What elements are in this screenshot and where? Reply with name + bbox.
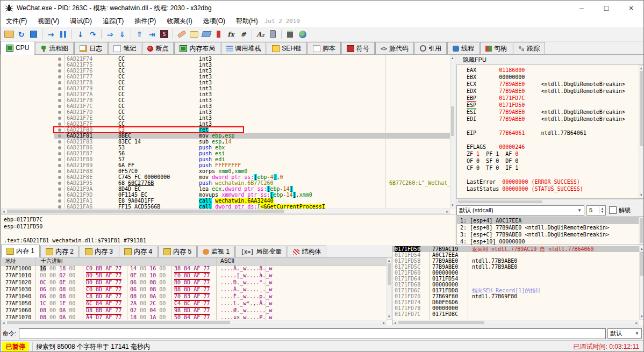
- disasm-row[interactable]: 6AD21F9A8D4D EClea ecx,dword ptr ss:[ebp…: [1, 186, 450, 192]
- tab-dump3[interactable]: 内存 3: [80, 246, 118, 257]
- breakpoint-dot[interactable]: [58, 176, 61, 179]
- dump-row[interactable]: 77AF100016 00 18 00C0 8B AF 7714 00 16 0…: [1, 265, 387, 272]
- breakpoint-dot[interactable]: [58, 99, 61, 102]
- breakpoint-dot[interactable]: [58, 81, 61, 84]
- breakpoint-dot[interactable]: [58, 75, 61, 78]
- breakpoint-dot[interactable]: [58, 63, 61, 67]
- breakpoint-dot[interactable]: [58, 140, 61, 143]
- register-line[interactable]: [457, 123, 644, 130]
- tab-dump4[interactable]: 内存 4: [119, 246, 158, 257]
- dump-row[interactable]: 77AF10200C 00 0E 00D0 8D AF 7706 00 08 0…: [1, 279, 387, 286]
- step-into-icon[interactable]: ↓: [75, 28, 86, 40]
- register-line[interactable]: EFLAGS 00000246: [457, 143, 644, 150]
- breakpoint-dot[interactable]: [58, 188, 61, 191]
- stack-arg-row[interactable]: 4: [esp+10] 00000000: [457, 238, 644, 245]
- command-script-select[interactable]: 默认▼: [607, 328, 642, 339]
- bookmarks-icon[interactable]: [213, 28, 224, 40]
- breakpoint-dot[interactable]: [58, 152, 61, 155]
- register-line[interactable]: EAX 01186000: [457, 67, 644, 74]
- tab-handles[interactable]: 句柄: [480, 42, 512, 54]
- calling-convention-select[interactable]: 默认 (stdcall)▼: [456, 205, 584, 215]
- register-line[interactable]: ECX 77B9ABE0 <ntdll.DbgUiRemoteBreakin>: [457, 81, 644, 88]
- argument-count-stepper[interactable]: 5 ▲▼: [586, 205, 606, 215]
- tab-dump2[interactable]: 内存 2: [40, 246, 79, 257]
- tab-dump5[interactable]: 内存 5: [158, 246, 197, 257]
- register-line[interactable]: EBX 00000000: [457, 74, 644, 81]
- disasm-row[interactable]: 6AD21F7CCCint3: [1, 103, 450, 109]
- run-to-user-code-icon[interactable]: ⇥: [146, 28, 158, 40]
- menu-item[interactable]: 视图(V): [32, 16, 65, 27]
- close-button[interactable]: ×: [619, 1, 643, 16]
- register-line[interactable]: ESI 77B9ABE0 <ntdll.DbgUiRemoteBreakin>: [457, 109, 644, 116]
- disasm-row[interactable]: 6AD21F818BECmov ebp,esp: [1, 133, 450, 139]
- register-line[interactable]: LastError 00000000 (ERROR_SUCCESS): [457, 178, 644, 185]
- pause-icon[interactable]: [58, 28, 69, 40]
- breakpoint-dot[interactable]: [58, 134, 61, 138]
- tab-breakpoints[interactable]: 断点: [142, 42, 174, 54]
- stack-arg-row[interactable]: 3: [esp+C] 77B9ABE0 <ntdll.DbgUiRemoteBr…: [457, 231, 644, 238]
- tab-call-stack[interactable]: 调用堆栈: [221, 42, 266, 54]
- register-line[interactable]: EIP 77B64061 ntdll.77B64061: [457, 130, 644, 137]
- dump-row[interactable]: 77AF101000 00 02 0080 5B AF 770E 00 10 0…: [1, 272, 387, 279]
- tab-graph[interactable]: 流程图: [35, 42, 74, 54]
- hide-fpu-button[interactable]: 隐藏FPU: [456, 55, 644, 65]
- disasm-row[interactable]: 6AD21F78CCint3: [1, 80, 450, 85]
- registers-vertical-scrollbar[interactable]: ▴ ▾: [639, 65, 644, 198]
- functions-icon[interactable]: fx: [225, 28, 237, 40]
- breakpoint-dot[interactable]: [58, 69, 61, 73]
- breakpoint-dot[interactable]: [58, 158, 61, 161]
- register-line[interactable]: EDI 77B9ABE0 <ntdll.DbgUiRemoteBreakin>: [457, 116, 644, 123]
- disasm-row[interactable]: 6AD21F76CCint3: [1, 68, 450, 74]
- tab-memory-map[interactable]: 内存布局: [174, 42, 220, 54]
- disasm-row[interactable]: 6AD21F7ACCint3: [1, 91, 450, 97]
- breakpoint-dot[interactable]: [58, 199, 61, 203]
- comments-icon[interactable]: [188, 28, 199, 40]
- run-icon[interactable]: →: [45, 28, 56, 40]
- breakpoint-dot[interactable]: [58, 164, 61, 167]
- labels-icon[interactable]: [201, 28, 212, 40]
- disasm-row[interactable]: 6AD21F77CCint3: [1, 74, 450, 80]
- disasm-row[interactable]: 6AD21F8B0F57C0xorps xmm0,xmm0: [1, 168, 450, 174]
- dump-vertical-scrollbar[interactable]: ▴ ▾: [387, 257, 392, 320]
- unlock-checkbox[interactable]: 解锁: [609, 206, 631, 214]
- arguments-vertical-scrollbar[interactable]: [639, 217, 644, 245]
- minimize-button[interactable]: –: [569, 1, 594, 16]
- disasm-row[interactable]: 6AD21FA6FF15 ACD5566Bcall dword ptr ds:[…: [1, 204, 450, 209]
- tab-source[interactable]: <>源代码: [375, 42, 414, 54]
- tab-struct[interactable]: 结构体: [288, 246, 326, 257]
- step-over-icon[interactable]: ↷: [87, 28, 98, 40]
- symbol-info-icon[interactable]: [267, 28, 278, 40]
- tab-log[interactable]: 日志: [74, 42, 108, 54]
- breakpoint-dot[interactable]: [58, 128, 61, 132]
- dump-row[interactable]: 77AF104006 00 08 00C8 8D AF 7708 00 0A 0…: [1, 293, 387, 300]
- dump-row[interactable]: 77AF10501C 00 1E 006C 84 AF 772A 00 2C 0…: [1, 300, 387, 307]
- breakpoint-dot[interactable]: [58, 111, 61, 114]
- register-line[interactable]: ESP 0171FD50: [457, 102, 644, 109]
- stack-horizontal-scrollbar[interactable]: ◂ ▸: [392, 320, 639, 325]
- register-line[interactable]: CF 0 TF 0 IF 1: [457, 164, 644, 171]
- stack-arg-row[interactable]: 2: [esp+8] 77B9ABE0 <ntdll.DbgUiRemoteBr…: [457, 224, 644, 231]
- breakpoint-dot[interactable]: [58, 193, 61, 197]
- open-file-icon[interactable]: [3, 28, 15, 40]
- disasm-row[interactable]: 6AD21F8EC745 FC 00000000mov dword ptr ss…: [1, 174, 450, 180]
- checkbox-box[interactable]: [609, 206, 617, 214]
- register-line[interactable]: EDX 77B9ABE0 <ntdll.DbgUiRemoteBreakin>: [457, 88, 644, 95]
- breakpoint-dot[interactable]: [58, 117, 61, 120]
- register-line[interactable]: ZF 1 PF 1 AF 0: [457, 150, 644, 157]
- disasm-vertical-scrollbar[interactable]: ▴ ▾: [450, 55, 455, 209]
- scylla-icon[interactable]: S: [159, 28, 170, 40]
- run-to-cursor-icon[interactable]: ⇓: [117, 28, 128, 40]
- register-line[interactable]: [457, 192, 644, 199]
- disasm-row[interactable]: 6AD21F8383EC 14sub esp,14: [1, 139, 450, 145]
- dump-horizontal-scrollbar[interactable]: ◂ ▸: [1, 320, 387, 325]
- register-line[interactable]: [457, 137, 644, 143]
- disasm-row[interactable]: 6AD21F7FCCint3: [1, 121, 450, 127]
- disasm-row[interactable]: 6AD21F9568 60C2776Bpush wechatwin.6B77C2…: [1, 180, 450, 186]
- disasm-row[interactable]: 6AD21FA1E8 9A04D1FFcall wechatwin.6AA324…: [1, 198, 450, 204]
- tab-symbols[interactable]: 符号: [341, 42, 375, 54]
- disasm-row[interactable]: 6AD21F8756push esi: [1, 150, 450, 156]
- tab-references[interactable]: 引用: [414, 42, 447, 54]
- notes-globe-icon[interactable]: [297, 28, 308, 40]
- disasm-horizontal-scrollbar[interactable]: ◂ ▸: [1, 209, 450, 214]
- menu-item[interactable]: 插件(P): [129, 16, 161, 27]
